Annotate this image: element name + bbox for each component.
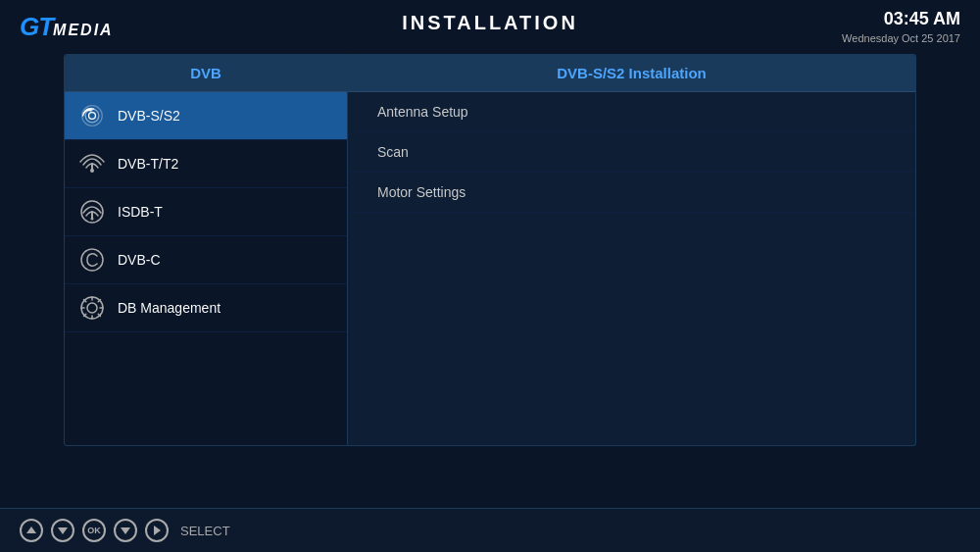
db-management-label: DB Management (118, 300, 220, 316)
dvb-panel-header: DVB (65, 55, 347, 92)
svg-point-3 (90, 169, 94, 173)
date-display: Wednesday Oct 25 2017 (842, 31, 960, 46)
svg-point-6 (81, 249, 103, 271)
logo-gt: GT (20, 12, 53, 42)
motor-settings-label: Motor Settings (377, 184, 466, 200)
scan-item[interactable]: Scan (348, 132, 915, 173)
sidebar-item-db-management[interactable]: DB Management (65, 284, 347, 332)
sidebar-item-dvbs-s2[interactable]: DVB-S/S2 (65, 92, 347, 140)
logo: GTMEDIA (20, 12, 114, 42)
scan-label: Scan (377, 144, 409, 160)
motor-settings-item[interactable]: Motor Settings (348, 173, 915, 213)
antenna-setup-item[interactable]: Antenna Setup (348, 92, 915, 132)
logo-media: MEDIA (53, 22, 114, 39)
installation-panel-header: DVB-S/S2 Installation (348, 55, 915, 92)
dvbt-t2-label: DVB-T/T2 (118, 156, 178, 172)
ok-button[interactable]: OK (82, 519, 106, 542)
right-button[interactable] (145, 519, 169, 542)
isdb-icon (78, 198, 106, 226)
dvbs-s2-label: DVB-S/S2 (118, 108, 180, 124)
down-button[interactable] (51, 519, 74, 542)
right-panel: DVB-S/S2 Installation Antenna Setup Scan… (348, 54, 916, 446)
db-icon (78, 294, 106, 322)
header: GTMEDIA INSTALLATION 03:45 AM Wednesday … (0, 0, 980, 54)
terrestrial-icon (78, 150, 106, 177)
bottom-bar: OK SELECT (0, 508, 980, 552)
up-button[interactable] (20, 519, 43, 542)
main-content: DVB DVB-S/S2 (64, 54, 916, 446)
satellite-icon (78, 102, 106, 129)
page-title: INSTALLATION (402, 12, 578, 33)
page-title-container: INSTALLATION (402, 12, 578, 34)
left-panel: DVB DVB-S/S2 (64, 54, 348, 446)
sidebar-item-dvbt-t2[interactable]: DVB-T/T2 (65, 140, 347, 188)
isdb-t-label: ISDB-T (118, 204, 163, 220)
datetime: 03:45 AM Wednesday Oct 25 2017 (842, 7, 960, 47)
select-label: SELECT (180, 524, 230, 538)
cable-icon (78, 246, 106, 274)
dvb-c-label: DVB-C (118, 252, 161, 268)
antenna-setup-label: Antenna Setup (377, 104, 468, 120)
down2-button[interactable] (114, 519, 137, 542)
sidebar-item-dvb-c[interactable]: DVB-C (65, 236, 347, 284)
time-display: 03:45 AM (842, 7, 960, 31)
svg-point-2 (89, 113, 96, 120)
svg-point-8 (87, 303, 97, 313)
sidebar-item-isdb-t[interactable]: ISDB-T (65, 188, 347, 236)
